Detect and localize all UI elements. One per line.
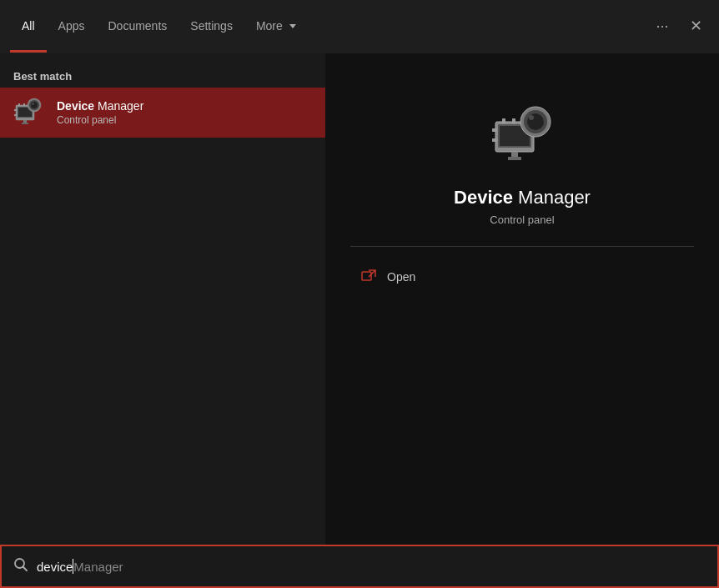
detail-subtitle: Control panel <box>490 214 554 226</box>
more-options-button[interactable]: ··· <box>649 13 676 39</box>
tab-all[interactable]: All <box>10 0 47 53</box>
search-icon <box>13 557 28 575</box>
detail-actions: Open <box>325 260 719 294</box>
right-panel: Device Manager Control panel Open <box>325 53 719 545</box>
open-action[interactable]: Open <box>350 260 694 294</box>
svg-rect-23 <box>492 138 497 142</box>
search-suggestion-text: Manager <box>73 560 123 574</box>
svg-rect-25 <box>512 118 515 123</box>
result-item[interactable]: Device Manager Control panel <box>0 88 325 138</box>
detail-icon <box>489 103 556 170</box>
tab-bar: All Apps Documents Settings More ··· ✕ <box>0 0 719 53</box>
svg-rect-8 <box>22 123 28 124</box>
tab-more[interactable]: More <box>244 0 308 53</box>
svg-rect-9 <box>14 109 17 111</box>
svg-rect-12 <box>23 103 25 106</box>
svg-rect-20 <box>511 152 518 157</box>
result-title: Device Manager <box>57 99 143 113</box>
result-subtitle: Control panel <box>57 114 143 126</box>
header-actions: ··· ✕ <box>649 13 709 39</box>
svg-rect-11 <box>18 103 20 106</box>
device-manager-icon <box>12 96 45 129</box>
svg-point-5 <box>31 102 38 108</box>
left-panel: Best match <box>0 53 325 545</box>
result-text: Device Manager Control panel <box>57 99 143 126</box>
search-bar[interactable]: device Manager <box>0 545 719 588</box>
main-content: Best match <box>0 53 719 545</box>
search-input[interactable]: device Manager <box>37 559 706 574</box>
svg-line-29 <box>23 567 28 571</box>
close-button[interactable]: ✕ <box>682 13 709 39</box>
svg-rect-7 <box>23 120 27 123</box>
svg-rect-10 <box>14 114 17 116</box>
svg-rect-21 <box>508 157 521 160</box>
tab-documents[interactable]: Documents <box>96 0 178 53</box>
search-typed-text: device <box>37 560 73 574</box>
svg-rect-22 <box>492 128 497 132</box>
detail-title: Device Manager <box>454 187 591 209</box>
svg-point-19 <box>529 115 534 120</box>
tab-apps[interactable]: Apps <box>47 0 97 53</box>
tab-settings[interactable]: Settings <box>178 0 244 53</box>
svg-rect-24 <box>502 118 505 123</box>
svg-line-27 <box>369 270 375 277</box>
detail-divider <box>350 246 694 247</box>
chevron-down-icon <box>289 24 296 28</box>
open-icon <box>360 269 377 285</box>
svg-point-6 <box>32 103 33 104</box>
section-label: Best match <box>0 63 325 88</box>
